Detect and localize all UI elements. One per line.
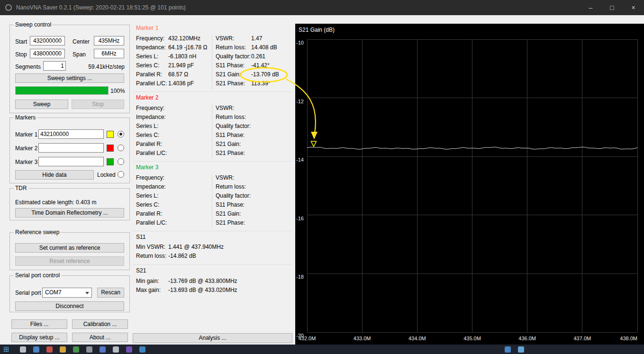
- stop-button[interactable]: Stop: [72, 100, 124, 109]
- marker3-color-swatch[interactable]: [107, 158, 114, 165]
- tdr-button[interactable]: Time Domain Reflectometry ...: [15, 208, 124, 218]
- series-c-value: 21.949 pF: [168, 62, 194, 69]
- taskbar-app-icon[interactable]: [20, 346, 26, 353]
- svg-text:-16: -16: [296, 216, 304, 221]
- s11-panel: S11 Min VSWR:1.441 @ 437.940MHz Return l…: [136, 234, 292, 262]
- rescan-button[interactable]: Rescan: [97, 288, 124, 298]
- min-vswr-value: 1.441 @ 437.940MHz: [168, 244, 224, 250]
- sweep-progress-bar: [15, 86, 109, 95]
- span-label: Span: [73, 51, 86, 58]
- series-c-label: Series C:: [136, 201, 168, 208]
- taskbar-app-icon[interactable]: [139, 346, 145, 353]
- max-gain-value: -13.693 dB @ 433.020MHz: [168, 287, 237, 293]
- taskbar-app-icon[interactable]: [33, 346, 39, 353]
- marker1-panel-title: Marker 1: [136, 25, 292, 35]
- frequency-label: Frequency:: [136, 35, 168, 42]
- marker3-freq-input[interactable]: [38, 157, 104, 166]
- taskbar-app-icon[interactable]: [86, 346, 92, 353]
- group-title: Reference sweep: [14, 229, 61, 236]
- max-gain-label: Max gain:: [136, 287, 168, 293]
- taskbar-app-icon[interactable]: [518, 346, 524, 353]
- sweep-settings-button[interactable]: Sweep settings ...: [15, 73, 124, 83]
- taskbar-app-icon[interactable]: [60, 346, 66, 353]
- files-button[interactable]: Files ...: [11, 319, 67, 329]
- reset-reference-button[interactable]: Reset reference: [15, 256, 124, 266]
- chart-grid: -10-12-14-16-18-20432.0M433.0M434.0M435.…: [296, 39, 637, 341]
- marker2-freq-input[interactable]: [38, 143, 104, 153]
- s11-return-loss-value: -14.862 dB: [168, 253, 196, 259]
- s21-gain-chart[interactable]: -10-12-14-16-18-20432.0M433.0M434.0M435.…: [295, 24, 644, 345]
- window-title: NanoVNA Saver 0.2.1 (Sweep: 2020-02-21 1…: [16, 0, 186, 15]
- marker2-radio[interactable]: [118, 145, 124, 151]
- impedance-label: Impedance:: [136, 183, 168, 190]
- taskbar-app-icon[interactable]: [73, 346, 79, 353]
- s21-phase-value: 113.39°: [251, 80, 271, 87]
- group-reference-sweep: Reference sweep Set current as reference…: [9, 232, 130, 270]
- group-serial-port: Serial port control Serial port COM7 Res…: [9, 275, 130, 312]
- return-loss-value: 14.408 dB: [251, 44, 277, 51]
- series-c-label: Series C:: [136, 132, 168, 138]
- taskbar-app-icon[interactable]: [46, 346, 53, 353]
- sweep-button[interactable]: Sweep: [15, 100, 68, 109]
- svg-text:-18: -18: [296, 274, 304, 280]
- taskbar-app-icon[interactable]: [126, 346, 132, 353]
- marker3-left-column: Frequency: Impedance: Series L: Series C…: [136, 174, 212, 228]
- serial-port-label: Serial port: [15, 290, 41, 296]
- vswr-value: 1.47: [251, 35, 262, 42]
- separator: [133, 91, 292, 92]
- chart-title: S21 Gain (dB): [299, 27, 335, 33]
- s21-gain-label: S21 Gain:: [216, 141, 251, 147]
- svg-text:438.0M: 438.0M: [620, 336, 637, 341]
- impedance-label: Impedance:: [136, 44, 168, 51]
- calibration-button[interactable]: Calibration ...: [72, 319, 128, 329]
- return-loss-label: Return loss:: [216, 114, 251, 120]
- separator: [133, 161, 292, 162]
- group-title: Markers: [14, 114, 37, 121]
- serial-port-select[interactable]: COM7: [42, 288, 92, 298]
- frequency-label: Frequency:: [136, 174, 168, 181]
- marker2-color-swatch[interactable]: [107, 145, 114, 152]
- marker1-color-swatch[interactable]: [107, 131, 114, 138]
- s21-gain-label: S21 Gain:: [216, 210, 251, 217]
- span-input[interactable]: [94, 49, 124, 58]
- marker3-panel-title: Marker 3: [136, 164, 292, 174]
- s11-return-loss-label: Return loss:: [136, 253, 168, 259]
- stop-input[interactable]: [30, 49, 65, 58]
- close-button[interactable]: ×: [623, 0, 644, 15]
- marker3-radio[interactable]: [118, 158, 124, 165]
- min-gain-value: -13.769 dB @ 433.800MHz: [168, 278, 237, 284]
- set-reference-button[interactable]: Set current as reference: [15, 243, 124, 253]
- parallel-r-value: 68.57 Ω: [168, 71, 188, 78]
- parallel-r-label: Parallel R:: [136, 141, 168, 147]
- segments-input[interactable]: [43, 61, 66, 71]
- start-input[interactable]: [30, 36, 65, 45]
- taskbar-app-icon[interactable]: [113, 346, 119, 353]
- minimize-button[interactable]: –: [580, 0, 601, 15]
- taskbar: ⊞: [0, 345, 644, 354]
- group-tdr: TDR Estimated cable length: 0.403 m Time…: [9, 188, 130, 220]
- about-button[interactable]: About ...: [72, 333, 128, 342]
- marker1-panel: Marker 1 Frequency:432.120MHz Impedance:…: [136, 25, 292, 89]
- hide-data-button[interactable]: Hide data: [15, 170, 94, 180]
- center-input[interactable]: [94, 36, 124, 45]
- marker1-radio[interactable]: [118, 131, 124, 137]
- locked-radio[interactable]: [118, 171, 124, 178]
- start-label: Start: [15, 38, 27, 45]
- series-c-label: Series C:: [136, 62, 168, 69]
- impedance-value: 64.19 -j16.78 Ω: [168, 44, 207, 51]
- marker1-freq-input[interactable]: [38, 129, 104, 139]
- disconnect-button[interactable]: Disconnect: [15, 301, 124, 311]
- analysis-button[interactable]: Analysis ...: [133, 333, 292, 343]
- taskbar-app-icon[interactable]: [505, 346, 511, 353]
- segments-label: Segments: [15, 64, 41, 70]
- quality-factor-value: 0.261: [251, 53, 265, 60]
- maximize-button[interactable]: □: [601, 0, 623, 15]
- taskbar-app-icon[interactable]: [100, 346, 106, 353]
- svg-text:432.0M: 432.0M: [299, 336, 316, 341]
- s11-phase-label: S11 Phase:: [216, 201, 251, 208]
- display-setup-button[interactable]: Display setup ...: [11, 333, 67, 342]
- start-button-icon[interactable]: ⊞: [3, 345, 9, 354]
- min-vswr-label: Min VSWR:: [136, 244, 168, 250]
- return-loss-label: Return loss:: [216, 44, 251, 51]
- vswr-label: VSWR:: [216, 35, 251, 42]
